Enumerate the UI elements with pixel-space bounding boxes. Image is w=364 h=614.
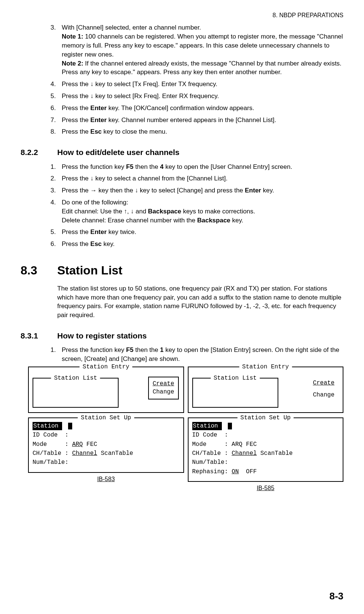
section-8-3-1-heading: 8.3.1How to register stations [21, 330, 343, 341]
create-option-r: Create [313, 379, 334, 387]
mode-row-r: Mode : ARQ FEC [192, 440, 339, 449]
id-code-row: ID Code : [33, 431, 180, 439]
edit-step-4: 4. Do one of the following: Edit channel… [51, 198, 343, 225]
diagram-row: Station Entry Station List Create Change… [28, 367, 343, 493]
chtable-row: CH/Table : Channel ScanTable [33, 449, 180, 458]
step-num: 3. [51, 23, 62, 77]
edit-step-2: 2. Press the ↓ key to select a channel f… [51, 174, 343, 183]
cursor-icon-r [228, 423, 232, 429]
step-7: 7. Press the Enter key. Channel number e… [51, 116, 343, 125]
create-change-box: Create Change [148, 377, 179, 399]
chtable-row-r: CH/Table : Channel ScanTable [192, 449, 339, 458]
mode-row: Mode : ARQ FEC [33, 440, 180, 449]
change-option-r: Change [313, 392, 334, 398]
station-highlight-r: Station [192, 422, 222, 430]
edit-step-6: 6. Press the Esc key. [51, 240, 343, 249]
rephasing-row: Rephasing: ON OFF [192, 468, 339, 476]
edit-step-3: 3. Press the → key then the ↓ key to sel… [51, 186, 343, 195]
step-4: 4. Press the ↓ key to select [Tx Freq]. … [51, 80, 343, 89]
step-8: 8. Press the Esc key to close the menu. [51, 127, 343, 136]
station-entry-legend: Station Entry [80, 363, 132, 371]
cursor-icon [68, 423, 72, 429]
caption-ib-585: IB-585 [188, 484, 344, 492]
page-header: 8. NBDP PREPARATIONS [21, 11, 343, 19]
step-text: With [Channel] selected, enter a channel… [62, 23, 343, 77]
diagram-ib-585: Station Entry Station List Create Change… [188, 367, 344, 493]
create-option: Create [153, 380, 174, 388]
register-step-1: 1. Press the function key F5 then the 1 … [51, 346, 343, 364]
station-list-box: Station List [33, 378, 119, 408]
step-6: 6. Press the Enter key. The [OK/Cancel] … [51, 104, 343, 113]
edit-step-5: 5. Press the Enter key twice. [51, 228, 343, 237]
station-setup-box-r: Station Set Up Station ID Code : Mode : … [188, 417, 344, 482]
station-setup-box: Station Set Up Station ID Code : Mode : … [28, 417, 184, 473]
numtable-row-r: Num/Table: [192, 458, 339, 466]
caption-ib-583: IB-583 [28, 475, 184, 483]
section-8-3-paragraph: The station list stores up to 50 station… [57, 284, 343, 320]
step-5: 5. Press the ↓ key to select [Rx Freq]. … [51, 92, 343, 101]
numtable-row: Num/Table: [33, 458, 180, 466]
section-8-2-2-heading: 8.2.2How to edit/delete user channels [21, 147, 343, 158]
step-3: 3. With [Channel] selected, enter a chan… [51, 23, 343, 77]
page-number: 8-3 [329, 589, 343, 603]
id-code-row-r: ID Code : [192, 431, 339, 439]
station-entry-legend-r: Station Entry [239, 363, 292, 371]
change-option: Change [153, 389, 174, 395]
station-list-box-r: Station List [192, 378, 278, 408]
edit-step-1: 1. Press the function key F5 then the 4 … [51, 162, 343, 171]
diagram-ib-583: Station Entry Station List Create Change… [28, 367, 184, 493]
section-8-3-heading: 8.3Station List [21, 262, 343, 279]
station-highlight: Station [33, 422, 62, 430]
create-change-box-r: Create Change [309, 377, 338, 402]
